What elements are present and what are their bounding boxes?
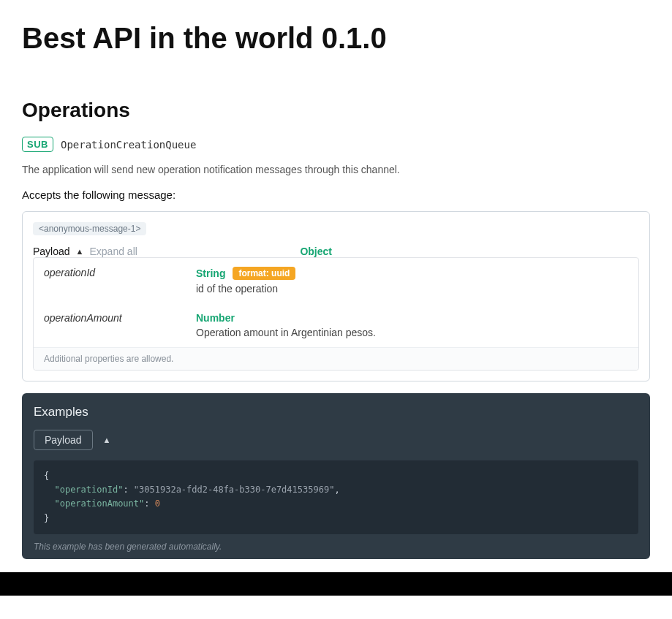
generated-note: This example has been generated automati… — [34, 542, 638, 552]
payload-tab[interactable]: Payload — [34, 430, 93, 450]
expand-all-button[interactable]: Expand all — [89, 246, 137, 257]
schema-box: operationId String format: uuid id of th… — [33, 257, 639, 371]
message-box: <anonymous-message-1> Payload ▲ Expand a… — [22, 211, 650, 381]
schema-row-operationid: operationId String format: uuid id of th… — [34, 258, 638, 303]
chevron-up-icon[interactable]: ▲ — [103, 436, 111, 444]
operation-description: The application will send new operation … — [22, 164, 650, 175]
schema-key: operationAmount — [44, 312, 196, 338]
payload-header-row: Payload ▲ Expand all Object — [33, 246, 639, 257]
page-title: Best API in the world 0.1.0 — [22, 22, 650, 55]
operation-name: OperationCreationQueue — [61, 139, 196, 151]
footer-bar — [0, 572, 672, 596]
code-example: { "operationId": "3051932a-fdd2-48fa-b33… — [34, 460, 638, 534]
schema-description: id of the operation — [196, 283, 628, 295]
schema-key: operationId — [44, 267, 196, 295]
type-object-label: Object — [300, 246, 639, 257]
schema-row-operationamount: operationAmount Number Operation amount … — [34, 303, 638, 347]
sub-badge: SUB — [22, 137, 53, 152]
operations-heading: Operations — [22, 99, 650, 122]
format-uuid-badge: format: uuid — [233, 267, 295, 280]
json-key: "operationAmount" — [54, 498, 144, 509]
type-string-label: String — [196, 267, 225, 279]
accepts-label: Accepts the following message: — [22, 189, 650, 201]
schema-description: Operation amount in Argentinian pesos. — [196, 327, 628, 338]
examples-panel: Examples Payload ▲ { "operationId": "305… — [22, 393, 650, 559]
operation-header: SUB OperationCreationQueue — [22, 137, 650, 152]
json-key: "operationId" — [54, 485, 123, 495]
schema-footer: Additional properties are allowed. — [34, 347, 638, 370]
brace-open: { — [44, 471, 49, 481]
anonymous-message-badge: <anonymous-message-1> — [33, 222, 146, 235]
json-string: "3051932a-fdd2-48fa-b330-7e7d41535969" — [134, 485, 335, 495]
json-number: 0 — [155, 498, 160, 509]
brace-close: } — [44, 513, 49, 523]
type-number-label: Number — [196, 312, 235, 324]
chevron-up-icon[interactable]: ▲ — [76, 247, 84, 256]
payload-label[interactable]: Payload — [33, 246, 70, 257]
examples-title: Examples — [34, 405, 638, 419]
